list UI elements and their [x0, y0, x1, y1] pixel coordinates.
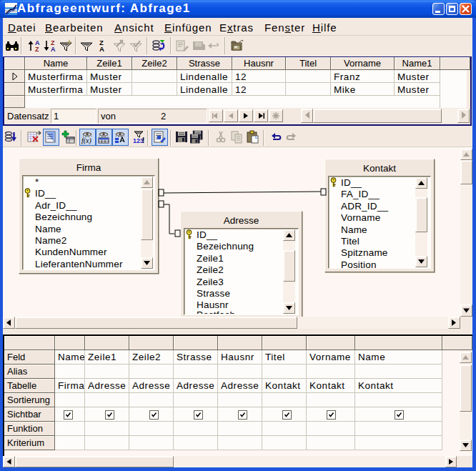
svg-text:Z: Z [35, 46, 39, 53]
svg-text:f(x): f(x) [81, 137, 92, 144]
svg-text:!: ! [142, 137, 144, 144]
svg-text:A: A [51, 46, 56, 53]
svg-text:A: A [99, 45, 104, 53]
